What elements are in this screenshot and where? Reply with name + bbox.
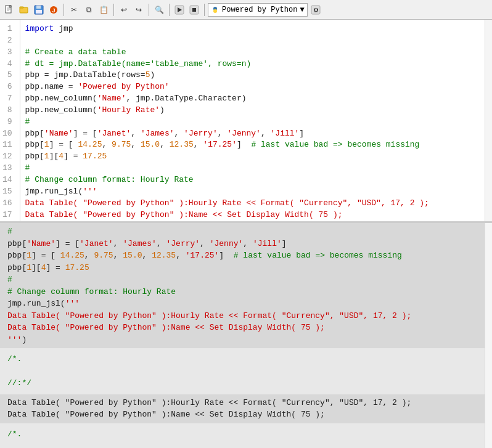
paste-button[interactable]: 📋 (97, 3, 110, 17)
editor-scrollbar[interactable] (485, 20, 492, 221)
code-editor[interactable]: import jmp # Create a data table # dt = … (20, 20, 485, 221)
output-section-3: Data Table( "Powered by Python" ):Hourly… (0, 394, 492, 423)
toolbar: J ✂ ⧉ 📋 ↩ ↪ 🔍 Powered by Python ▼ ⚙ (0, 0, 492, 20)
output-pane: # pbp['Name'] = ['Janet', 'James', 'Jerr… (0, 223, 492, 448)
svg-text:⚙: ⚙ (313, 7, 318, 14)
new-button[interactable] (2, 3, 16, 17)
svg-rect-7 (36, 6, 41, 9)
cut-button[interactable]: ✂ (67, 3, 81, 17)
stop-button[interactable] (187, 3, 201, 17)
redo-button[interactable]: ↪ (132, 3, 146, 17)
main-content: 12345 678910 1112131415 161718 import jm… (0, 20, 492, 448)
python-dropdown[interactable]: Powered by Python ▼ (208, 3, 308, 17)
svg-rect-8 (36, 10, 42, 14)
separator-5 (204, 4, 205, 16)
separator-4 (169, 4, 170, 16)
copy-button[interactable]: ⧉ (82, 3, 96, 17)
editor-pane: 12345 678910 1112131415 161718 import jm… (0, 20, 492, 223)
output-scrollbar[interactable] (485, 223, 492, 448)
svg-point-16 (213, 9, 217, 13)
open-button[interactable] (17, 3, 31, 17)
separator-2 (113, 4, 114, 16)
output-section-1: # pbp['Name'] = ['Janet', 'James', 'Jerr… (0, 223, 492, 348)
run-button[interactable] (173, 3, 186, 17)
output-section-2: /*. //:*/ (0, 351, 492, 392)
search-button[interactable]: 🔍 (152, 3, 166, 17)
save-button[interactable] (32, 3, 46, 17)
jmp-button[interactable]: J (47, 3, 60, 17)
output-result: 75 (0, 445, 492, 448)
output-section-4: /*. (0, 426, 492, 443)
svg-rect-14 (192, 8, 196, 12)
line-numbers: 12345 678910 1112131415 161718 (0, 20, 20, 221)
python-dropdown-label: Powered by Python (222, 6, 297, 14)
separator-1 (64, 4, 64, 16)
svg-text:J: J (52, 7, 55, 14)
undo-button[interactable]: ↩ (117, 3, 131, 17)
chevron-down-icon: ▼ (300, 6, 304, 14)
svg-rect-5 (20, 7, 23, 8)
extra-button[interactable]: ⚙ (309, 3, 322, 17)
separator-3 (149, 4, 149, 16)
